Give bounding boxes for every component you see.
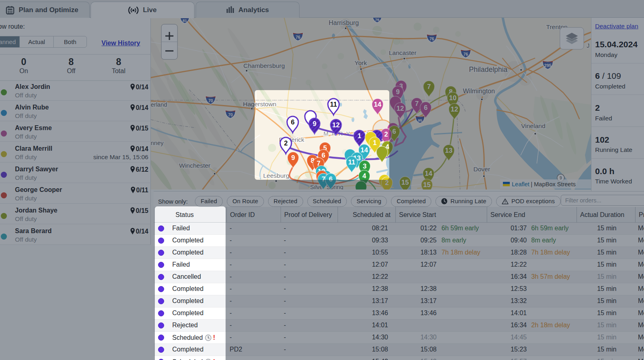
svg-text:12: 12 bbox=[332, 121, 340, 128]
svg-text:7: 7 bbox=[427, 83, 431, 90]
svg-text:15: 15 bbox=[401, 179, 409, 186]
svg-text:2: 2 bbox=[384, 131, 388, 138]
svg-text:15: 15 bbox=[423, 181, 431, 188]
svg-text:Harrisburg: Harrisburg bbox=[329, 19, 359, 26]
svg-text:Wilmington: Wilmington bbox=[463, 88, 495, 95]
svg-text:6: 6 bbox=[321, 152, 325, 159]
svg-text:14: 14 bbox=[425, 170, 433, 177]
svg-text:10: 10 bbox=[449, 94, 456, 101]
svg-text:9: 9 bbox=[312, 120, 316, 127]
svg-text:7: 7 bbox=[415, 100, 418, 107]
svg-text:70: 70 bbox=[208, 99, 213, 103]
svg-text:York: York bbox=[355, 59, 367, 66]
svg-text:Vineland: Vineland bbox=[521, 122, 545, 129]
svg-text:14: 14 bbox=[374, 101, 382, 108]
svg-text:13: 13 bbox=[445, 147, 452, 154]
svg-text:1: 1 bbox=[357, 132, 361, 139]
svg-text:76: 76 bbox=[375, 18, 380, 22]
svg-text:Dover: Dover bbox=[473, 166, 490, 173]
svg-text:J: J bbox=[587, 42, 589, 49]
svg-text:6: 6 bbox=[424, 104, 427, 111]
svg-text:1: 1 bbox=[373, 139, 376, 146]
svg-text:Winchester: Winchester bbox=[179, 162, 211, 169]
svg-text:2: 2 bbox=[284, 139, 287, 147]
svg-text:| MapBox Streets: | MapBox Streets bbox=[531, 181, 576, 187]
svg-text:3: 3 bbox=[363, 162, 366, 170]
svg-text:Leaflet: Leaflet bbox=[512, 181, 530, 187]
svg-text:7: 7 bbox=[321, 175, 325, 183]
svg-text:6: 6 bbox=[291, 118, 294, 126]
svg-text:6: 6 bbox=[329, 175, 332, 183]
svg-text:76: 76 bbox=[463, 52, 468, 57]
svg-text:6: 6 bbox=[392, 128, 396, 135]
svg-text:76: 76 bbox=[429, 37, 434, 41]
svg-text:Lancaster: Lancaster bbox=[389, 49, 416, 56]
svg-text:12: 12 bbox=[451, 105, 458, 113]
svg-text:2: 2 bbox=[385, 179, 389, 186]
svg-text:14: 14 bbox=[361, 146, 368, 154]
svg-text:81: 81 bbox=[183, 18, 187, 23]
svg-text:76: 76 bbox=[296, 35, 300, 40]
svg-text:9: 9 bbox=[291, 154, 295, 161]
svg-text:12: 12 bbox=[397, 105, 404, 112]
svg-text:295: 295 bbox=[544, 63, 551, 68]
svg-text:Chambersburg: Chambersburg bbox=[243, 62, 285, 69]
svg-text:9: 9 bbox=[396, 88, 399, 95]
svg-text:11: 11 bbox=[348, 158, 355, 166]
svg-text:erland: erland bbox=[151, 101, 167, 108]
svg-text:Philadelphia: Philadelphia bbox=[469, 65, 508, 74]
svg-text:95: 95 bbox=[418, 118, 422, 122]
svg-text:70: 70 bbox=[228, 113, 233, 117]
svg-text:4: 4 bbox=[362, 172, 366, 179]
svg-text:11: 11 bbox=[330, 101, 337, 108]
svg-text:nney: nney bbox=[151, 140, 164, 146]
